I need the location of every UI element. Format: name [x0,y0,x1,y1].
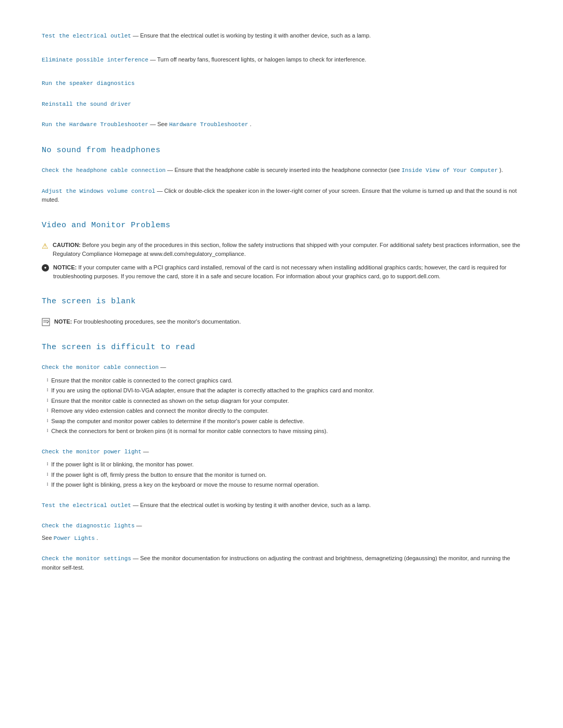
run-hardware-troubleshooter-label[interactable]: Run the Hardware Troubleshooter [42,121,149,128]
check-monitor-cable-item: Check the monitor cable connection — Ens… [42,363,521,436]
bullet-item: Remove any video extension cables and co… [47,406,521,415]
test-outlet-bottom-label[interactable]: Test the electrical outlet [42,502,131,509]
check-monitor-power-list: If the power light is lit or blinking, t… [42,460,521,489]
screen-difficult-title: The screen is difficult to read [42,342,521,354]
test-outlet-bottom-item: Test the electrical outlet — Ensure that… [42,501,521,510]
test-outlet-item: Test the electrical outlet — Ensure that… [42,31,521,41]
no-sound-headphones-section: No sound from headphones Check the headp… [42,145,521,204]
run-hardware-troubleshooter-period: . [250,121,251,127]
see-prefix: See [42,535,54,541]
inside-view-link[interactable]: Inside View of Your Computer [401,167,498,174]
screen-difficult-section: The screen is difficult to read Check th… [42,342,521,572]
reinstall-sound-driver-label[interactable]: Reinstall the sound driver [42,101,131,107]
note-text: NOTE: For troubleshooting procedures, se… [54,317,241,326]
bullet-item: Swap the computer and monitor power cabl… [47,417,521,426]
eliminate-interference-label[interactable]: Eliminate possible interference [42,57,149,63]
check-diagnostic-lights-desc: See Power Lights . [42,534,521,543]
note-icon [42,318,50,326]
run-speaker-diagnostics-item: Run the speaker diagnostics [42,79,521,88]
run-hardware-troubleshooter-desc-prefix: — See [150,121,169,127]
adjust-windows-volume-label[interactable]: Adjust the Windows volume control [42,188,155,194]
test-outlet-label[interactable]: Test the electrical outlet [42,33,131,39]
bullet-item: If the power light is lit or blinking, t… [47,460,521,469]
video-monitor-title: Video and Monitor Problems [42,220,521,232]
bullet-item: If the power light is off, firmly press … [47,471,521,479]
test-outlet-bottom-desc: — Ensure that the electrical outlet is w… [133,502,371,508]
see-suffix: . [96,535,98,541]
check-monitor-settings-item: Check the monitor settings — See the mon… [42,554,521,572]
check-diagnostic-lights-item: Check the diagnostic lights — See Power … [42,521,521,542]
screen-blank-title: The screen is blank [42,296,521,308]
check-diagnostic-lights-dash: — [136,522,142,528]
bullet-item: Ensure that the monitor cable is connect… [47,376,521,385]
test-outlet-dash: — Ensure that the electrical outlet is w… [133,32,371,39]
check-monitor-cable-list: Ensure that the monitor cable is connect… [42,376,521,436]
reinstall-sound-driver-item: Reinstall the sound driver [42,100,521,109]
caution-icon: ⚠ [42,241,48,252]
caution-text: CAUTION: Before you begin any of the pro… [53,241,521,258]
check-monitor-cable-label[interactable]: Check the monitor cable connection [42,364,158,371]
check-monitor-cable-dash: — [161,364,166,370]
note-block: NOTE: For troubleshooting procedures, se… [42,317,521,326]
bullet-item: If you are using the optional DVI-to-VGA… [47,386,521,395]
run-speaker-diagnostics-label[interactable]: Run the speaker diagnostics [42,80,134,87]
test-outlet-top-block: Test the electrical outlet — Ensure that… [42,31,521,41]
bullet-item: Check the connectors for bent or broken … [47,427,521,436]
check-diagnostic-lights-label[interactable]: Check the diagnostic lights [42,523,134,529]
check-headphone-cable-label[interactable]: Check the headphone cable connection [42,167,166,174]
eliminate-interference-block: Eliminate possible interference — Turn o… [42,55,521,65]
power-lights-link[interactable]: Power Lights [54,535,95,541]
notice-icon: ● [42,264,49,272]
bullet-item: Ensure that the monitor cable is connect… [47,397,521,405]
run-hardware-troubleshooter-item: Run the Hardware Troubleshooter — See Ha… [42,120,521,129]
speaker-diagnostics-block: Run the speaker diagnostics Reinstall th… [42,79,521,129]
adjust-windows-volume-item: Adjust the Windows volume control — Clic… [42,187,521,204]
check-headphone-cable-suffix: ). [499,167,503,173]
check-headphone-cable-item: Check the headphone cable connection — E… [42,166,521,175]
bullet-item: If the power light is blinking, press a … [47,480,521,489]
caution-block: ⚠ CAUTION: Before you begin any of the p… [42,241,521,258]
hardware-troubleshooter-link[interactable]: Hardware Troubleshooter [169,121,248,128]
check-monitor-settings-label[interactable]: Check the monitor settings [42,556,131,562]
video-monitor-section: Video and Monitor Problems ⚠ CAUTION: Be… [42,220,521,572]
no-sound-headphones-title: No sound from headphones [42,145,521,157]
notice-text: NOTICE: If your computer came with a PCI… [53,263,521,280]
check-monitor-power-label[interactable]: Check the monitor power light [42,449,141,455]
eliminate-interference-item: Eliminate possible interference — Turn o… [42,55,521,65]
check-monitor-power-item: Check the monitor power light — If the p… [42,447,521,489]
notice-block: ● NOTICE: If your computer came with a P… [42,263,521,280]
screen-blank-section: The screen is blank NOTE: For troublesho… [42,296,521,326]
check-headphone-cable-desc-prefix: — Ensure that the headphone cable is sec… [167,167,401,173]
eliminate-interference-desc: — Turn off nearby fans, fluorescent ligh… [150,56,366,63]
check-monitor-power-dash: — [143,448,149,454]
